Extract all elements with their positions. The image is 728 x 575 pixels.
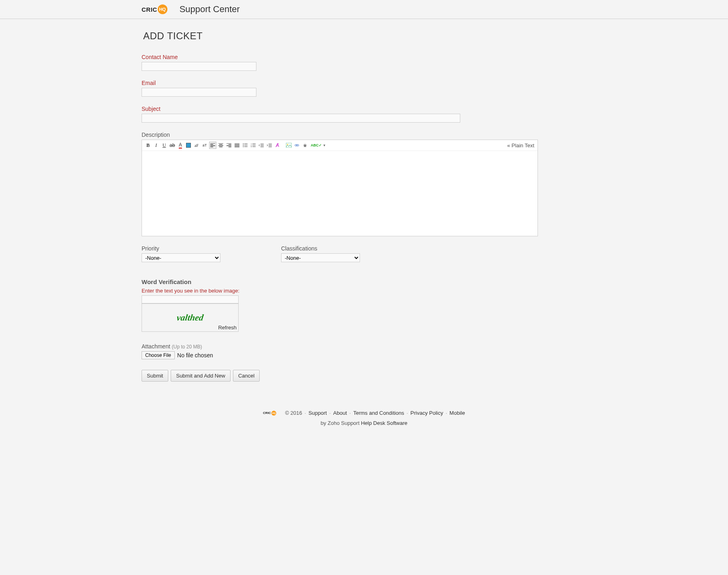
insert-image-icon[interactable] xyxy=(285,142,292,149)
bullet-list-icon[interactable] xyxy=(241,142,249,149)
editor-textarea[interactable] xyxy=(142,151,538,236)
classifications-field: Classifications -None- xyxy=(281,245,360,262)
attachment-hint: (Up to 20 MB) xyxy=(172,344,202,350)
no-file-chosen-label: No file chosen xyxy=(177,352,213,359)
align-right-icon[interactable] xyxy=(225,142,233,149)
footer-support-link[interactable]: Support xyxy=(309,410,327,416)
font-size-icon[interactable]: aT xyxy=(201,142,208,149)
spellcheck-icon[interactable]: ABC✓ xyxy=(313,142,320,149)
email-field: Email xyxy=(142,80,586,97)
svg-point-0 xyxy=(243,144,244,144)
strikethrough-icon[interactable]: ab xyxy=(169,142,176,149)
footer-terms-link[interactable]: Terms and Conditions xyxy=(353,410,404,416)
word-verification-prompt: Enter the text you see in the below imag… xyxy=(142,288,586,294)
insert-html-icon[interactable]: ※ xyxy=(301,142,309,149)
word-verification-input[interactable] xyxy=(142,295,239,303)
header-title: Support Center xyxy=(180,4,240,15)
svg-text:3: 3 xyxy=(251,146,252,147)
align-center-icon[interactable] xyxy=(217,142,224,149)
dropdown-icon[interactable]: ▼ xyxy=(321,142,328,149)
rich-text-editor: B I U ab A aF aT xyxy=(142,140,538,236)
clear-format-icon[interactable]: A̸ xyxy=(274,142,281,149)
description-field: Description B I U ab A aF aT xyxy=(142,132,586,236)
footer-logo: CRIC HQ xyxy=(263,411,276,416)
priority-label: Priority xyxy=(142,245,220,252)
align-justify-icon[interactable] xyxy=(233,142,241,149)
footer-copyright: © 2016 xyxy=(285,410,302,416)
svg-rect-6 xyxy=(286,143,292,148)
font-family-icon[interactable]: aF xyxy=(193,142,200,149)
cancel-button[interactable]: Cancel xyxy=(233,370,260,382)
classifications-label: Classifications xyxy=(281,245,360,252)
submit-and-add-new-button[interactable]: Submit and Add New xyxy=(171,370,230,382)
submit-button[interactable]: Submit xyxy=(142,370,168,382)
logo-badge: HQ xyxy=(158,4,167,14)
subject-label: Subject xyxy=(142,106,586,112)
indent-icon[interactable] xyxy=(266,142,273,149)
priority-field: Priority -None- xyxy=(142,245,220,262)
captcha-image: valthed Refresh xyxy=(142,303,239,332)
description-label: Description xyxy=(142,132,586,138)
contact-name-input[interactable] xyxy=(142,62,256,71)
logo[interactable]: CRIC HQ xyxy=(142,4,167,14)
email-label: Email xyxy=(142,80,586,86)
bold-icon[interactable]: B xyxy=(144,142,152,149)
underline-icon[interactable]: U xyxy=(161,142,168,149)
page-title: ADD TICKET xyxy=(142,30,586,42)
footer-privacy-link[interactable]: Privacy Policy xyxy=(411,410,443,416)
svg-point-9 xyxy=(296,144,299,146)
priority-select[interactable]: -None- xyxy=(142,253,220,262)
footer-about-link[interactable]: About xyxy=(333,410,347,416)
numbered-list-icon[interactable]: 123 xyxy=(250,142,257,149)
subject-field: Subject xyxy=(142,106,586,123)
insert-link-icon[interactable] xyxy=(293,142,301,149)
captcha-refresh-link[interactable]: Refresh xyxy=(218,325,237,331)
footer-mobile-link[interactable]: Mobile xyxy=(449,410,465,416)
main-content: ADD TICKET Contact Name Email Subject De… xyxy=(142,19,586,398)
captcha-text: valthed xyxy=(176,312,204,323)
italic-icon[interactable]: I xyxy=(152,142,160,149)
word-verification-heading: Word Verification xyxy=(142,278,586,285)
attachment-field: Attachment (Up to 20 MB) Choose File No … xyxy=(142,343,586,359)
logo-text-prefix: CRIC xyxy=(142,6,157,13)
email-input[interactable] xyxy=(142,88,256,97)
outdent-icon[interactable] xyxy=(258,142,265,149)
align-left-icon[interactable] xyxy=(209,142,216,149)
choose-file-button[interactable]: Choose File xyxy=(142,351,175,359)
footer-help-desk-link[interactable]: Help Desk Software xyxy=(361,420,407,426)
contact-name-field: Contact Name xyxy=(142,54,586,71)
svg-point-7 xyxy=(287,144,288,145)
classifications-select[interactable]: -None- xyxy=(281,253,360,262)
attachment-label: Attachment xyxy=(142,343,170,350)
subject-input[interactable] xyxy=(142,114,460,123)
footer-by-prefix: by Zoho Support xyxy=(321,420,360,426)
header: CRIC HQ Support Center xyxy=(0,0,728,19)
svg-point-1 xyxy=(243,145,244,146)
svg-point-2 xyxy=(243,146,244,147)
background-color-icon[interactable] xyxy=(185,142,192,149)
contact-name-label: Contact Name xyxy=(142,54,586,60)
plain-text-link[interactable]: « Plain Text xyxy=(507,142,534,149)
action-buttons: Submit Submit and Add New Cancel xyxy=(142,370,586,382)
font-color-icon[interactable]: A xyxy=(177,142,184,149)
editor-toolbar: B I U ab A aF aT xyxy=(142,140,538,151)
footer: CRIC HQ © 2016 · Support · About · Terms… xyxy=(0,398,728,442)
